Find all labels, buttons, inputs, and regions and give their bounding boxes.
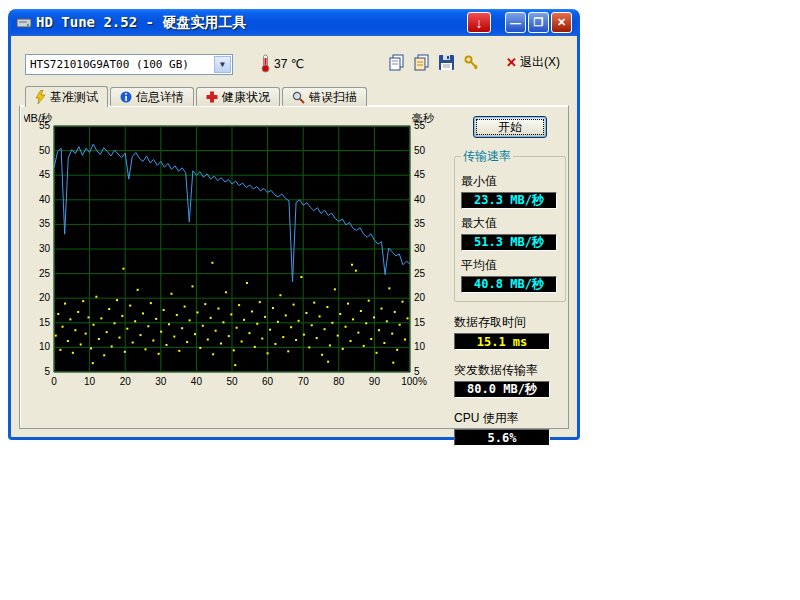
svg-text:50: 50 [226,376,238,387]
tab-benchmark-label: 基准测试 [50,89,98,106]
svg-text:40: 40 [414,194,426,205]
close-button[interactable]: ✕ [551,12,572,33]
exit-button[interactable]: ✕ 退出(X) [506,54,560,71]
red-arrow-button[interactable]: ↓ [467,12,491,33]
svg-text:45: 45 [414,169,426,180]
minimize-button[interactable]: — [505,12,526,33]
cpu-usage-label: CPU 使用率 [454,410,566,427]
svg-text:10: 10 [414,341,426,352]
min-value: 23.3 MB/秒 [461,192,557,209]
svg-text:5: 5 [44,366,50,377]
svg-text:毫秒: 毫秒 [412,112,435,124]
temperature-value: 37 ℃ [274,57,304,71]
cpu-usage-value: 5.6% [454,429,550,446]
svg-text:MB/秒: MB/秒 [24,112,53,124]
toolbar-actions: ✕ 退出(X) [388,54,560,71]
magnifier-icon [292,91,305,104]
svg-text:20: 20 [39,292,51,303]
results-panel: 开始 传输速率 最小值 23.3 MB/秒 最大值 51.3 MB/秒 平均值 … [454,112,566,446]
svg-text:90: 90 [369,376,381,387]
svg-text:50: 50 [414,145,426,156]
svg-text:10: 10 [84,376,96,387]
svg-text:0: 0 [51,376,57,387]
window-title: HD Tune 2.52 - 硬盘实用工具 [36,14,465,32]
tab-info[interactable]: 信息详情 [110,87,194,106]
tab-health[interactable]: 健康状况 [196,87,280,106]
drive-select[interactable]: HTS721010G9AT00 (100 GB) ▼ [25,54,233,75]
maximize-button[interactable]: ❐ [528,12,549,33]
svg-text:30: 30 [39,243,51,254]
svg-text:10: 10 [39,341,51,352]
start-button[interactable]: 开始 [473,116,547,138]
avg-value: 40.8 MB/秒 [461,276,557,293]
tab-benchmark[interactable]: 基准测试 [25,86,108,107]
transfer-rate-group-title: 传输速率 [461,148,513,165]
burst-rate-value: 80.0 MB/秒 [454,381,550,398]
svg-text:35: 35 [414,218,426,229]
svg-text:15: 15 [39,317,51,328]
burst-rate-label: 突发数据传输率 [454,362,566,379]
info-icon [120,91,132,103]
svg-text:20: 20 [414,292,426,303]
window-client: HTS721010G9AT00 (100 GB) ▼ 37 ℃ [11,36,577,437]
svg-text:30: 30 [414,243,426,254]
options-icon[interactable] [463,54,480,71]
svg-text:30: 30 [155,376,167,387]
svg-text:25: 25 [39,268,51,279]
transfer-rate-group: 传输速率 最小值 23.3 MB/秒 最大值 51.3 MB/秒 平均值 40.… [454,148,566,302]
svg-text:15: 15 [414,317,426,328]
max-label: 最大值 [461,215,559,232]
hdtune-window: HD Tune 2.52 - 硬盘实用工具 ↓ — ❐ ✕ HTS721010G… [8,9,580,440]
exit-x-icon: ✕ [506,55,517,70]
exit-label: 退出(X) [520,54,560,71]
access-time-value: 15.1 ms [454,333,550,350]
benchmark-tab-page: 5555505045454040353530302525202015151010… [19,105,569,429]
tab-health-label: 健康状况 [222,89,270,106]
svg-text:40: 40 [39,194,51,205]
save-icon[interactable] [438,54,455,71]
titlebar[interactable]: HD Tune 2.52 - 硬盘实用工具 ↓ — ❐ ✕ [11,9,577,36]
access-time-label: 数据存取时间 [454,314,566,331]
svg-text:60: 60 [262,376,274,387]
svg-text:25: 25 [414,268,426,279]
tab-info-label: 信息详情 [136,89,184,106]
drive-select-value: HTS721010G9AT00 (100 GB) [30,58,189,71]
min-label: 最小值 [461,173,559,190]
app-icon [16,15,32,31]
benchmark-chart: 5555505045454040353530302525202015151010… [24,110,442,394]
max-value: 51.3 MB/秒 [461,234,557,251]
svg-text:40: 40 [191,376,203,387]
copy-screenshot-icon[interactable] [388,54,405,71]
svg-text:35: 35 [39,218,51,229]
lightning-icon [35,90,46,104]
thermometer-icon [259,53,272,73]
avg-label: 平均值 [461,257,559,274]
svg-text:100%: 100% [401,376,427,387]
copy-text-icon[interactable] [413,54,430,71]
tab-bar: 基准测试 信息详情 健康状况 [25,85,369,106]
svg-text:45: 45 [39,169,51,180]
tab-error-scan[interactable]: 错误扫描 [282,87,367,106]
svg-text:70: 70 [298,376,310,387]
svg-text:50: 50 [39,145,51,156]
tab-error-scan-label: 错误扫描 [309,89,357,106]
svg-text:80: 80 [333,376,345,387]
health-cross-icon [206,91,218,103]
svg-text:20: 20 [120,376,132,387]
chevron-down-icon[interactable]: ▼ [214,56,231,73]
desktop: HD Tune 2.52 - 硬盘实用工具 ↓ — ❐ ✕ HTS721010G… [0,0,800,600]
